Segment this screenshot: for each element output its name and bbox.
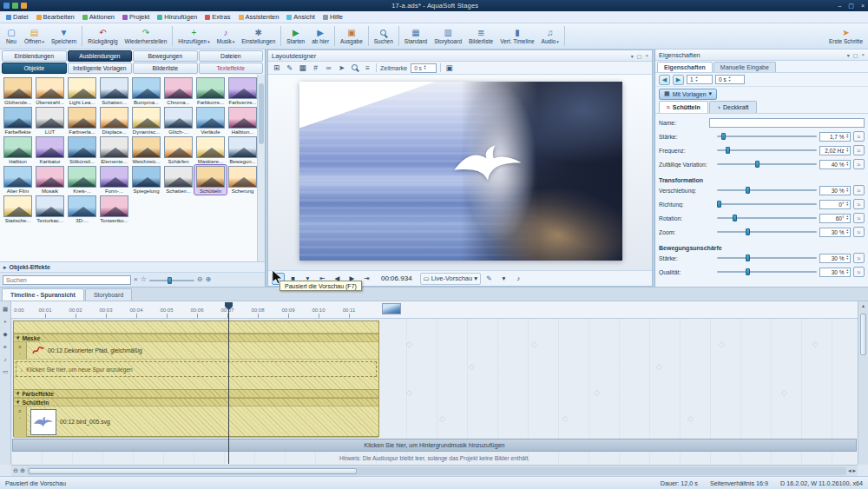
layout-icon[interactable]: ⊞ — [272, 63, 281, 72]
tab-objekte[interactable]: Objekte — [2, 63, 67, 74]
menu-assistenten[interactable]: Assistenten — [235, 12, 283, 22]
neu-button[interactable]: ▢Neu — [2, 24, 21, 48]
track-icon[interactable]: ▭ — [3, 368, 8, 375]
effect-schütteln[interactable]: Schütteln — [194, 165, 227, 195]
effect-glühende[interactable]: Glühende... — [2, 76, 34, 106]
value-spinner[interactable]: 60°▲▼ — [819, 214, 851, 223]
effect-kreis[interactable]: Kreis-... — [66, 165, 98, 195]
track-item-dekorierter-pfad[interactable]: ≡◦ 00:12 Dekorierter Pfad, gleichmäßig — [14, 342, 378, 360]
timeline-hscrollbar[interactable]: ⊖ ⊕ ◂ ▸ — [11, 465, 858, 476]
effect-karikatur[interactable]: Karikatur — [34, 135, 66, 165]
tab-storyboard[interactable]: Storyboard — [85, 288, 132, 301]
effect-bewegun[interactable]: Bewegun... — [227, 135, 259, 165]
starten-button[interactable]: ▶Starten — [283, 24, 308, 48]
slide-preview[interactable] — [299, 82, 622, 261]
track-group-farbeffekte[interactable]: ▾ Farbeffekte — [14, 389, 378, 398]
search-input[interactable] — [3, 275, 131, 285]
timeline-zoom-in-icon[interactable]: ⊕ — [20, 467, 25, 474]
effect-tonwertko[interactable]: Tonwertko... — [98, 195, 130, 224]
audio-icon[interactable]: ♪ — [512, 273, 525, 285]
zeitmarke-spinner[interactable]: 0 s▲▼ — [411, 63, 437, 73]
minimize-icon[interactable]: – — [838, 3, 841, 10]
dropdown-icon[interactable]: ▾ — [497, 273, 510, 285]
pencil-icon[interactable]: ✎ — [285, 63, 294, 72]
öffnen-button[interactable]: ▤Öffnen▾ — [21, 24, 48, 48]
curve-animation-icon[interactable]: ≈ — [853, 145, 865, 155]
playhead-line[interactable] — [228, 302, 229, 464]
panel-float-icon[interactable]: ▢ — [637, 53, 642, 59]
panel-menu-icon[interactable]: ▾ — [631, 53, 634, 59]
track-row-header[interactable]: ≡◦ — [14, 342, 27, 359]
effect-elemente[interactable]: Elemente... — [98, 135, 130, 165]
tab-manuelle-eingabe[interactable]: Manuelle Eingabe — [713, 62, 776, 72]
track-group-schuetteln[interactable]: ▾ Schütteln — [14, 398, 378, 406]
curve-animation-icon[interactable]: ≈ — [853, 227, 865, 237]
camera-icon[interactable]: ▣ — [444, 63, 454, 72]
value-spinner[interactable]: 30 %▲▼ — [819, 268, 851, 277]
track-group-maske[interactable]: ▾ Maske — [14, 334, 378, 342]
effect-light-lea[interactable]: Light Lea... — [66, 76, 98, 106]
effect-glitch[interactable]: Glitch-... — [162, 106, 194, 135]
value-spinner[interactable]: 30 %▲▼ — [819, 186, 851, 195]
keyframe-icon[interactable]: ◆ — [3, 331, 8, 338]
panel-float-icon[interactable]: ▢ — [853, 52, 858, 58]
effect-schatten[interactable]: Schatten... — [162, 165, 194, 195]
background-track-band[interactable] — [14, 321, 378, 334]
panel-close-icon[interactable]: × — [861, 52, 865, 58]
live-preview-dropdown[interactable]: ▭Live-Vorschau▾ — [420, 273, 481, 285]
effect-statische[interactable]: Statische... — [2, 195, 34, 224]
slider-stärke[interactable] — [717, 254, 817, 262]
ausgabe-button[interactable]: ▣Ausgabe — [337, 24, 366, 48]
name-field[interactable] — [709, 118, 865, 128]
list-icon[interactable]: ≡ — [3, 344, 7, 350]
menu-hilfe[interactable]: Hilfe — [319, 12, 346, 22]
wiederherstellen-button[interactable]: ↷Wiederherstellen — [122, 24, 171, 48]
close-icon[interactable]: × — [861, 3, 865, 10]
thumbnail-size-slider[interactable] — [149, 276, 194, 284]
effect-weichzeic[interactable]: Weichzeic... — [130, 135, 162, 165]
preview-canvas[interactable] — [268, 75, 652, 270]
pencil-icon[interactable]: ✎ — [483, 273, 496, 285]
effect-3d[interactable]: 3D-... — [66, 195, 98, 224]
effect-farbeffekte[interactable]: Farbeffekte — [2, 106, 34, 135]
curve-animation-icon[interactable]: ≈ — [853, 199, 865, 209]
effect-maskiere[interactable]: Maskiere... — [194, 135, 227, 165]
effect-stilkünstl[interactable]: Stilkünstl... — [66, 135, 98, 165]
slider-rotation[interactable] — [717, 214, 817, 222]
effects-scrollbar[interactable] — [257, 75, 265, 261]
menu-projekt[interactable]: Projekt — [119, 12, 153, 22]
value-spinner[interactable]: 30 %▲▼ — [819, 228, 851, 237]
menu-bearbeiten[interactable]: Bearbeiten — [33, 12, 78, 22]
slide-mini-thumbnail[interactable] — [382, 303, 401, 314]
tab-bilderliste[interactable]: Bilderliste — [133, 63, 198, 74]
zoom-out-icon[interactable]: ⊖ — [197, 275, 203, 284]
slider-frequenz[interactable] — [717, 146, 817, 155]
vscroll-thumb[interactable] — [860, 314, 866, 355]
effect-verläufe[interactable]: Verläufe — [194, 106, 227, 135]
zoom-fit-icon[interactable] — [350, 63, 359, 74]
timeline-vscrollbar[interactable]: ▲ — [858, 301, 868, 465]
tab-ausblendungen[interactable]: Ausblendungen — [68, 50, 133, 62]
value-spinner[interactable]: 30 %▲▼ — [819, 254, 851, 263]
track-item-bird[interactable]: ≡◦ 00:12 bird_005.svg — [14, 406, 378, 438]
rückgängig-button[interactable]: ↶Rückgängig — [84, 24, 121, 48]
effect-spiegelung[interactable]: Spiegelung — [130, 165, 162, 195]
panel-close-icon[interactable]: × — [645, 53, 648, 59]
scroll-left-icon[interactable]: ◂ — [848, 467, 852, 474]
hinzufügen-button[interactable]: +Hinzufügen▾ — [174, 24, 213, 48]
effect-bumpma[interactable]: Bumpma... — [130, 76, 162, 106]
panel-menu-icon[interactable]: ▾ — [847, 52, 850, 58]
value-spinner[interactable]: 0°▲▼ — [819, 200, 851, 209]
einstellungen-button[interactable]: ✱Einstellungen — [238, 24, 279, 48]
grid-icon[interactable]: ▦ — [298, 63, 307, 72]
effect-überstrahl[interactable]: Überstrahl... — [34, 76, 66, 106]
value-spinner[interactable]: 40 %▲▼ — [819, 160, 851, 169]
storyboard-button[interactable]: ▥Storyboard — [431, 24, 465, 48]
ab-hier-button[interactable]: ▶ab hier — [308, 24, 332, 48]
effect-schatten[interactable]: Schatten... — [98, 76, 130, 106]
nav-forward-icon[interactable]: ▶ — [673, 75, 684, 85]
slider-stärke[interactable] — [717, 132, 817, 141]
slider-zufällige-variation[interactable] — [717, 160, 817, 169]
tab-bewegungen[interactable]: Bewegungen — [133, 50, 198, 62]
suchen-button[interactable]: Suchen — [371, 24, 397, 48]
